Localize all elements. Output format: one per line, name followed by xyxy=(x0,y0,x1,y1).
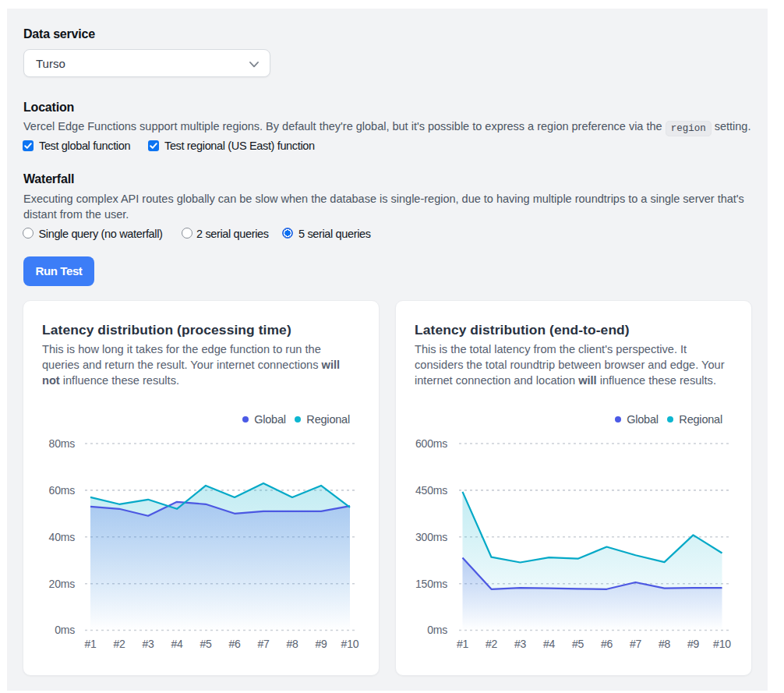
svg-text:#8: #8 xyxy=(659,638,671,650)
svg-text:#9: #9 xyxy=(315,638,327,650)
svg-text:#5: #5 xyxy=(200,638,212,650)
svg-text:60ms: 60ms xyxy=(49,484,76,497)
svg-text:#6: #6 xyxy=(601,638,613,650)
svg-text:#4: #4 xyxy=(171,638,183,650)
svg-text:#2: #2 xyxy=(486,638,498,650)
svg-text:150ms: 150ms xyxy=(415,578,447,590)
svg-text:#1: #1 xyxy=(457,638,469,650)
svg-text:20ms: 20ms xyxy=(49,578,76,590)
svg-text:40ms: 40ms xyxy=(49,531,76,543)
svg-text:80ms: 80ms xyxy=(49,437,76,450)
svg-text:#1: #1 xyxy=(84,638,97,650)
svg-text:450ms: 450ms xyxy=(415,484,447,497)
svg-text:#3: #3 xyxy=(514,638,527,650)
svg-text:#5: #5 xyxy=(572,638,584,650)
svg-text:#8: #8 xyxy=(286,638,298,650)
svg-text:600ms: 600ms xyxy=(415,437,447,450)
svg-text:#7: #7 xyxy=(630,638,642,650)
svg-text:0ms: 0ms xyxy=(55,624,75,636)
svg-text:#9: #9 xyxy=(687,638,700,650)
svg-text:#2: #2 xyxy=(113,638,125,650)
svg-text:300ms: 300ms xyxy=(415,531,447,543)
svg-text:0ms: 0ms xyxy=(427,624,447,636)
svg-text:#10: #10 xyxy=(713,638,731,650)
svg-text:#4: #4 xyxy=(543,638,556,650)
svg-text:#10: #10 xyxy=(341,638,359,650)
svg-text:#6: #6 xyxy=(228,638,241,650)
svg-text:#7: #7 xyxy=(257,638,270,650)
svg-text:#3: #3 xyxy=(142,638,154,650)
